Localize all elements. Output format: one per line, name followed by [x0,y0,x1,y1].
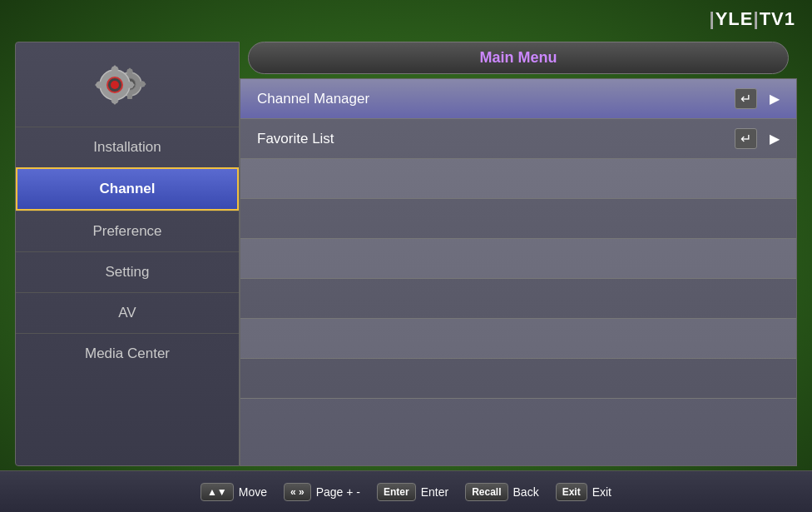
recall-badge: Recall [465,483,508,501]
exit-label: Exit [592,485,611,499]
favorite-list-arrow-icon: ▶ [770,131,780,147]
title-bar: Main Menu [248,42,789,74]
main-title: Main Menu [480,49,557,66]
page-badge: « » [284,483,311,501]
bottom-bar: ▲▼ Move « » Page + - Enter Enter Recall … [0,470,812,512]
menu-row-empty-6 [240,359,796,399]
page-label: Page + - [316,485,360,499]
enter-button[interactable]: Enter Enter [377,483,448,501]
menu-list: Channel Manager ↵ ▶ Favorite List ↵ ▶ [240,78,797,466]
logo-text: |YLE|TV1 [710,8,795,29]
main-container: Installation Channel Preference Setting … [15,42,797,466]
menu-row-empty-5 [240,319,796,359]
sidebar-item-media-center[interactable]: Media Center [16,333,239,374]
menu-row-empty-3 [240,239,796,279]
channel-manager-label: Channel Manager [257,91,735,107]
sidebar-item-channel[interactable]: Channel [16,167,239,211]
sidebar-item-setting[interactable]: Setting [16,251,239,292]
move-label: Move [239,485,267,499]
settings-icon [90,55,165,117]
move-button[interactable]: ▲▼ Move [201,483,267,501]
favorite-list-label: Favorite List [257,131,735,147]
sidebar-item-preference[interactable]: Preference [16,211,239,251]
exit-button[interactable]: Exit Exit [556,483,611,501]
recall-label: Back [513,485,539,499]
sidebar: Installation Channel Preference Setting … [15,42,240,466]
menu-row-empty-2 [240,199,796,239]
favorite-list-enter-icon: ↵ [735,128,757,149]
recall-button[interactable]: Recall Back [465,483,538,501]
exit-badge: Exit [556,483,587,501]
menu-row-channel-manager[interactable]: Channel Manager ↵ ▶ [240,79,796,119]
menu-row-favorite-list[interactable]: Favorite List ↵ ▶ [240,119,796,159]
menu-row-empty-1 [240,159,796,199]
enter-label: Enter [421,485,448,499]
channel-manager-arrow-icon: ▶ [770,91,780,107]
move-badge: ▲▼ [201,483,234,501]
sidebar-item-installation[interactable]: Installation [16,127,239,167]
enter-badge: Enter [377,483,416,501]
content-area: Main Menu Channel Manager ↵ ▶ Favorite L… [240,42,797,466]
svg-point-10 [111,81,119,89]
logo: |YLE|TV1 [710,8,795,30]
channel-manager-enter-icon: ↵ [735,88,757,109]
svg-rect-3 [127,92,132,99]
sidebar-item-av[interactable]: AV [16,292,239,333]
page-button[interactable]: « » Page + - [284,483,360,501]
menu-row-empty-4 [240,279,796,319]
